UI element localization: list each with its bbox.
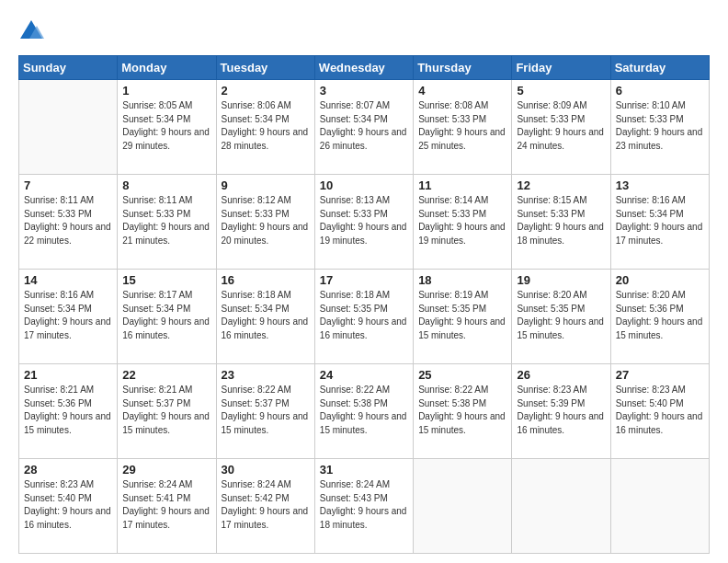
calendar-cell: 4Sunrise: 8:08 AM Sunset: 5:33 PM Daylig… [414,80,512,175]
day-info: Sunrise: 8:19 AM Sunset: 5:35 PM Dayligh… [418,289,506,342]
day-number: 11 [418,178,506,192]
day-number: 21 [24,368,112,382]
day-number: 5 [517,84,605,98]
day-info: Sunrise: 8:14 AM Sunset: 5:33 PM Dayligh… [418,194,506,247]
calendar-cell: 10Sunrise: 8:13 AM Sunset: 5:33 PM Dayli… [314,175,413,270]
day-number: 19 [517,273,605,287]
calendar-cell: 8Sunrise: 8:11 AM Sunset: 5:33 PM Daylig… [118,175,216,270]
day-number: 26 [517,368,605,382]
week-row-2: 7Sunrise: 8:11 AM Sunset: 5:33 PM Daylig… [19,175,710,270]
calendar-cell: 30Sunrise: 8:24 AM Sunset: 5:42 PM Dayli… [216,459,314,554]
calendar-cell: 11Sunrise: 8:14 AM Sunset: 5:33 PM Dayli… [414,175,512,270]
day-number: 27 [616,368,704,382]
day-number: 30 [222,463,310,477]
week-row-5: 28Sunrise: 8:23 AM Sunset: 5:40 PM Dayli… [19,459,710,554]
calendar-cell: 14Sunrise: 8:16 AM Sunset: 5:34 PM Dayli… [19,270,118,364]
page: SundayMondayTuesdayWednesdayThursdayFrid… [0,0,728,563]
week-row-3: 14Sunrise: 8:16 AM Sunset: 5:34 PM Dayli… [19,270,710,364]
day-number: 28 [24,463,112,477]
day-number: 7 [24,178,112,192]
weekday-friday: Friday [512,56,610,80]
calendar-cell: 29Sunrise: 8:24 AM Sunset: 5:41 PM Dayli… [118,459,216,554]
day-number: 2 [222,84,310,98]
calendar-cell: 12Sunrise: 8:15 AM Sunset: 5:33 PM Dayli… [512,175,610,270]
day-info: Sunrise: 8:18 AM Sunset: 5:35 PM Dayligh… [320,289,408,342]
logo [18,17,48,44]
calendar-cell: 23Sunrise: 8:22 AM Sunset: 5:37 PM Dayli… [216,364,314,459]
calendar-cell: 2Sunrise: 8:06 AM Sunset: 5:34 PM Daylig… [216,80,314,175]
day-info: Sunrise: 8:16 AM Sunset: 5:34 PM Dayligh… [616,194,704,247]
day-info: Sunrise: 8:20 AM Sunset: 5:35 PM Dayligh… [517,289,605,342]
week-row-4: 21Sunrise: 8:21 AM Sunset: 5:36 PM Dayli… [19,364,710,459]
day-info: Sunrise: 8:12 AM Sunset: 5:33 PM Dayligh… [222,194,310,247]
day-info: Sunrise: 8:15 AM Sunset: 5:33 PM Dayligh… [517,194,605,247]
calendar-cell: 20Sunrise: 8:20 AM Sunset: 5:36 PM Dayli… [610,270,709,364]
day-number: 22 [122,368,210,382]
day-info: Sunrise: 8:07 AM Sunset: 5:34 PM Dayligh… [320,99,408,153]
day-info: Sunrise: 8:16 AM Sunset: 5:34 PM Dayligh… [24,289,112,342]
day-number: 13 [616,178,704,192]
calendar-cell [512,459,610,554]
day-number: 31 [320,463,408,477]
day-number: 17 [320,273,408,287]
weekday-tuesday: Tuesday [216,56,314,80]
calendar-cell [414,459,512,554]
calendar-cell: 17Sunrise: 8:18 AM Sunset: 5:35 PM Dayli… [314,270,413,364]
day-info: Sunrise: 8:24 AM Sunset: 5:43 PM Dayligh… [320,478,408,532]
day-info: Sunrise: 8:06 AM Sunset: 5:34 PM Dayligh… [222,99,310,153]
weekday-wednesday: Wednesday [314,56,413,80]
day-number: 3 [320,84,408,98]
weekday-header-row: SundayMondayTuesdayWednesdayThursdayFrid… [19,56,710,80]
calendar-cell: 22Sunrise: 8:21 AM Sunset: 5:37 PM Dayli… [118,364,216,459]
calendar-cell: 28Sunrise: 8:23 AM Sunset: 5:40 PM Dayli… [19,459,118,554]
header [18,17,710,44]
day-info: Sunrise: 8:24 AM Sunset: 5:42 PM Dayligh… [222,478,310,532]
calendar-cell: 24Sunrise: 8:22 AM Sunset: 5:38 PM Dayli… [314,364,413,459]
calendar-cell: 15Sunrise: 8:17 AM Sunset: 5:34 PM Dayli… [118,270,216,364]
day-info: Sunrise: 8:22 AM Sunset: 5:37 PM Dayligh… [222,384,310,437]
day-number: 10 [320,178,408,192]
day-info: Sunrise: 8:09 AM Sunset: 5:33 PM Dayligh… [517,99,605,153]
day-number: 29 [122,463,210,477]
week-row-1: 1Sunrise: 8:05 AM Sunset: 5:34 PM Daylig… [19,80,710,175]
day-number: 6 [616,84,704,98]
day-number: 16 [222,273,310,287]
day-number: 14 [24,273,112,287]
day-info: Sunrise: 8:23 AM Sunset: 5:39 PM Dayligh… [517,384,605,437]
day-info: Sunrise: 8:05 AM Sunset: 5:34 PM Dayligh… [122,99,210,153]
day-info: Sunrise: 8:22 AM Sunset: 5:38 PM Dayligh… [320,384,408,437]
day-info: Sunrise: 8:23 AM Sunset: 5:40 PM Dayligh… [24,478,112,532]
day-number: 9 [222,178,310,192]
calendar-cell: 16Sunrise: 8:18 AM Sunset: 5:34 PM Dayli… [216,270,314,364]
day-number: 12 [517,178,605,192]
calendar-cell: 1Sunrise: 8:05 AM Sunset: 5:34 PM Daylig… [118,80,216,175]
calendar-cell [610,459,709,554]
day-info: Sunrise: 8:11 AM Sunset: 5:33 PM Dayligh… [24,194,112,247]
day-number: 23 [222,368,310,382]
calendar-table: SundayMondayTuesdayWednesdayThursdayFrid… [18,55,710,554]
weekday-monday: Monday [118,56,216,80]
day-number: 4 [418,84,506,98]
calendar-cell: 25Sunrise: 8:22 AM Sunset: 5:38 PM Dayli… [414,364,512,459]
calendar-cell: 3Sunrise: 8:07 AM Sunset: 5:34 PM Daylig… [314,80,413,175]
calendar-cell: 5Sunrise: 8:09 AM Sunset: 5:33 PM Daylig… [512,80,610,175]
weekday-thursday: Thursday [414,56,512,80]
calendar-cell: 9Sunrise: 8:12 AM Sunset: 5:33 PM Daylig… [216,175,314,270]
day-info: Sunrise: 8:13 AM Sunset: 5:33 PM Dayligh… [320,194,408,247]
day-number: 18 [418,273,506,287]
day-info: Sunrise: 8:21 AM Sunset: 5:36 PM Dayligh… [24,384,112,437]
day-number: 20 [616,273,704,287]
day-info: Sunrise: 8:10 AM Sunset: 5:33 PM Dayligh… [616,99,704,153]
day-number: 1 [122,84,210,98]
day-info: Sunrise: 8:17 AM Sunset: 5:34 PM Dayligh… [122,289,210,342]
calendar-cell: 6Sunrise: 8:10 AM Sunset: 5:33 PM Daylig… [610,80,709,175]
calendar-cell: 18Sunrise: 8:19 AM Sunset: 5:35 PM Dayli… [414,270,512,364]
calendar-cell: 19Sunrise: 8:20 AM Sunset: 5:35 PM Dayli… [512,270,610,364]
day-number: 8 [122,178,210,192]
weekday-sunday: Sunday [19,56,118,80]
day-number: 25 [418,368,506,382]
day-info: Sunrise: 8:18 AM Sunset: 5:34 PM Dayligh… [222,289,310,342]
calendar-cell: 26Sunrise: 8:23 AM Sunset: 5:39 PM Dayli… [512,364,610,459]
calendar-cell: 7Sunrise: 8:11 AM Sunset: 5:33 PM Daylig… [19,175,118,270]
day-info: Sunrise: 8:08 AM Sunset: 5:33 PM Dayligh… [418,99,506,153]
